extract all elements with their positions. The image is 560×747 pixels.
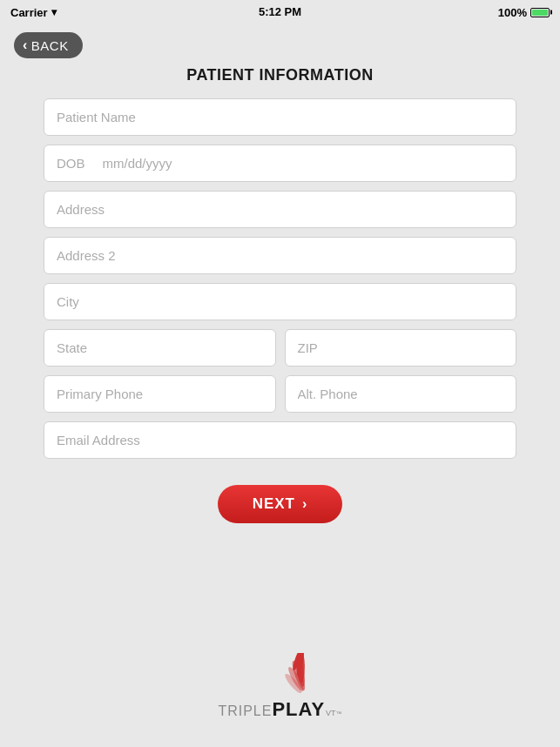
nav-bar: ‹ BACK [0, 24, 560, 66]
next-button[interactable]: NEXT › [218, 485, 343, 523]
dob-label: DOB [57, 156, 85, 171]
back-button[interactable]: ‹ BACK [14, 32, 83, 58]
address2-input[interactable] [44, 237, 516, 274]
battery-icon [530, 8, 550, 17]
state-zip-row [44, 329, 516, 367]
dob-row: DOB [44, 145, 516, 182]
back-chevron-icon: ‹ [23, 37, 28, 53]
phone-row [44, 375, 516, 413]
logo-triple: TRIPLE [218, 703, 272, 719]
logo-text: TRIPLE PLAY VT™ [218, 698, 341, 721]
status-bar: Carrier ▾ 5:12 PM 100% [0, 0, 560, 24]
alt-phone-input[interactable] [285, 375, 517, 413]
zip-input[interactable] [285, 329, 517, 367]
form-container: DOB NEXT › [0, 98, 560, 523]
status-carrier: Carrier ▾ [10, 6, 57, 19]
logo-graphic [246, 653, 315, 697]
next-chevron-icon: › [302, 496, 307, 512]
logo-container: TRIPLE PLAY VT™ [218, 653, 341, 721]
city-input[interactable] [44, 283, 516, 320]
state-input[interactable] [44, 329, 276, 367]
address-input[interactable] [44, 191, 516, 228]
next-button-container: NEXT › [44, 485, 516, 523]
logo-play: PLAY [272, 698, 325, 721]
patient-name-input[interactable] [44, 98, 516, 136]
page-title: PATIENT INFORMATION [0, 66, 560, 84]
status-time: 5:12 PM [259, 5, 301, 18]
status-right: 100% [498, 6, 550, 19]
primary-phone-input[interactable] [44, 375, 276, 413]
logo-vt: VT™ [326, 709, 342, 717]
dob-input[interactable] [103, 156, 503, 171]
email-input[interactable] [44, 421, 516, 459]
wifi-icon: ▾ [51, 6, 57, 18]
